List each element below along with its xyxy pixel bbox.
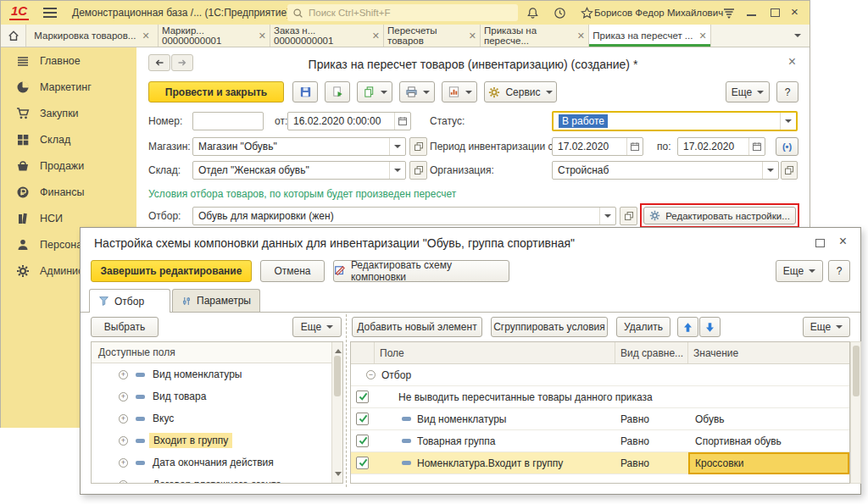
org-open-button[interactable] [781,161,798,180]
warehouse-open-button[interactable] [409,161,427,180]
current-user[interactable]: Борисов Федор Михайлович [594,8,723,18]
reports-button[interactable] [442,81,477,102]
number-input[interactable] [192,112,264,130]
shop-combobox[interactable]: Магазин "Обувь" [192,137,406,156]
main-menu-icon[interactable] [43,8,57,18]
date-input[interactable]: 16.02.2020 0:00:00 [287,112,411,130]
period-from-input[interactable]: 17.02.2020 [552,137,643,156]
expand-icon[interactable]: + [119,480,128,485]
service-menu-button[interactable]: Сервис [484,81,557,102]
window-minimize-button[interactable] [747,14,756,16]
value-cell-editing[interactable]: Кроссовки [688,452,849,474]
scroll-up-icon[interactable] [335,346,342,353]
create-based-on-button[interactable] [357,81,392,102]
sidebar-item-glavnoe[interactable]: Главное [1,47,136,74]
tab-close-icon[interactable]: ✕ [372,30,380,42]
expand-icon[interactable]: + [119,436,128,446]
calendar-icon[interactable] [748,138,765,155]
org-combobox[interactable]: Стройснаб [552,161,779,180]
expand-icon[interactable]: + [119,414,128,424]
tab-markirovka-list[interactable]: Маркировка товаров...✕ [26,25,159,47]
history-clock-icon[interactable] [552,5,567,20]
tab-otbor[interactable]: Отбор [89,289,170,313]
dropdown-icon[interactable] [389,138,405,155]
sidebar-item-prodazhi[interactable]: Продажи [1,152,136,179]
global-search-input[interactable]: Поиск Ctrl+Shift+F [287,4,518,21]
table-scrollbar[interactable] [850,341,861,484]
tab-close-icon[interactable]: ✕ [698,30,706,42]
tab-markirovka-doc[interactable]: Маркир... 00000000001✕ [159,25,270,47]
checkbox-checked-icon[interactable] [356,390,369,403]
expand-icon[interactable]: + [119,392,128,402]
warehouse-combobox[interactable]: Отдел "Женская обувь" [192,161,406,180]
sidebar-item-finansy[interactable]: Финансы [1,179,136,205]
form-close-icon[interactable]: × [788,54,796,69]
left-more-button[interactable]: Еще [292,317,342,337]
dropdown-icon[interactable] [389,162,405,179]
fields-list-scrollbar[interactable] [331,342,342,483]
edit-schema-button[interactable]: Редактировать схему компоновки [333,260,509,282]
sidebar-item-sklad[interactable]: Склад [1,126,136,152]
delete-button[interactable]: Удалить [616,317,670,337]
tab-list-dropdown-icon[interactable] [786,25,810,47]
expand-icon[interactable]: + [119,370,128,379]
back-button[interactable] [148,54,170,71]
tab-close-icon[interactable]: ✕ [469,30,476,42]
service-settings-icon[interactable] [721,5,737,20]
move-up-button[interactable] [677,317,698,337]
checkbox-checked-icon[interactable] [356,457,369,469]
form-more-button[interactable]: Еще [726,81,770,102]
dialog-more-button[interactable]: Еще [776,260,823,282]
calendar-icon[interactable] [626,138,643,155]
choose-period-button[interactable]: (•) [776,137,798,156]
collapse-icon[interactable]: − [366,370,376,379]
post-document-button[interactable] [325,81,350,102]
cancel-button[interactable]: Отмена [260,260,325,282]
post-and-close-button[interactable]: Провести и закрыть [148,81,284,102]
finish-editing-button[interactable]: Завершить редактирование [91,260,252,282]
field-item-data-okonchaniya[interactable]: + Дата окончания действия [92,451,342,474]
sidebar-item-marketing[interactable]: Маркетинг [1,74,136,100]
filter-combobox[interactable]: Обувь для маркировки (жен) [192,207,616,225]
window-close-button[interactable]: × [791,5,798,19]
group-conditions-button[interactable]: Сгруппировать условия [491,317,608,337]
tab-zakaz[interactable]: Заказ н... 00000000001✕ [270,25,384,47]
table-row-vkhodit-v-gruppu-selected[interactable]: Номенклатура.Входит в группу Равно Кросс… [351,452,849,474]
choose-field-button[interactable]: Выбрать [91,317,159,337]
dropdown-icon[interactable] [762,162,778,179]
notifications-bell-icon[interactable] [525,5,540,20]
move-down-button[interactable] [699,317,721,337]
scroll-down-icon[interactable] [335,472,342,479]
field-item-vkus[interactable]: + Вкус [92,407,342,429]
favorites-star-icon[interactable] [579,5,594,20]
dialog-close-icon[interactable]: × [839,234,847,249]
status-combobox[interactable]: В работе [552,111,798,131]
field-item-vid-nomenklatury[interactable]: + Вид номенклатуры [92,363,342,385]
panel-splitter[interactable] [346,314,347,487]
tab-close-icon[interactable]: ✕ [259,30,266,42]
period-to-input[interactable]: 17.02.2020 [677,137,765,156]
expand-icon[interactable]: + [119,458,128,468]
tab-parametry[interactable]: Параметры [172,289,260,312]
home-tab[interactable] [1,25,26,47]
edit-settings-button[interactable]: Редактировать настройки... [643,207,796,224]
table-row-exclude-counted[interactable]: Не выводить пересчитанные товары данного… [351,386,849,408]
sidebar-item-zakupki[interactable]: Закупки [1,100,136,126]
scrollbar-thumb[interactable] [334,356,341,396]
checkbox-checked-icon[interactable] [356,435,369,447]
dialog-help-button[interactable]: ? [828,260,850,282]
window-maximize-button[interactable] [771,8,780,17]
dialog-maximize-icon[interactable] [815,239,825,247]
save-button[interactable] [292,81,318,102]
calendar-icon[interactable] [394,113,410,130]
table-row-tovarnaya-gruppa[interactable]: Товарная группа Равно Спортивная обувь [351,430,849,452]
tab-close-icon[interactable]: ✕ [142,30,149,42]
tab-close-icon[interactable]: ✕ [577,30,585,42]
table-row-vid-nomenklatury[interactable]: Вид номенклатуры Равно Обувь [351,408,849,430]
scrollbar-thumb[interactable] [853,346,860,396]
field-item-dogovor-agenta[interactable]: + Договор платежного агента [92,474,342,484]
field-item-vkhodit-v-gruppu[interactable]: + Входит в группу [92,429,342,451]
field-item-vid-tovara[interactable]: + Вид товара [92,385,342,407]
table-group-row[interactable]: − Отбор [351,364,849,386]
tab-prikazy-list[interactable]: Приказы на пересче...✕ [481,25,589,47]
